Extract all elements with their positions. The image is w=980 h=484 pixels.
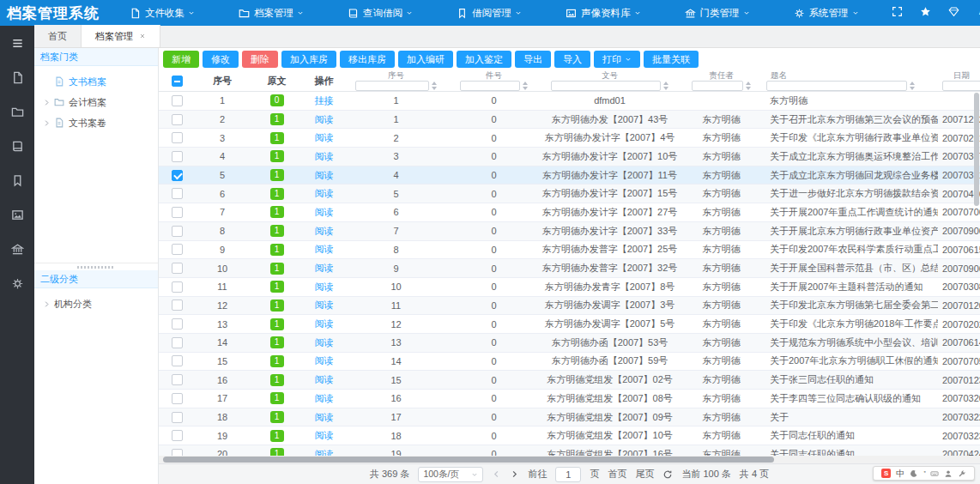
page-size-select[interactable]: 100条/页 (418, 467, 483, 482)
refresh-icon[interactable] (662, 469, 673, 480)
operation-link[interactable]: 阅读 (315, 281, 334, 292)
row-checkbox[interactable] (172, 95, 183, 106)
prev-page-button[interactable] (492, 469, 501, 479)
sort-control-jh[interactable] (523, 82, 528, 90)
nav-item-file[interactable]: 文件收集 (110, 0, 219, 26)
operation-link[interactable]: 阅读 (315, 132, 334, 142)
toolbar-button-删除[interactable]: 删除 (242, 51, 278, 68)
row-checkbox[interactable] (172, 412, 183, 423)
operation-link[interactable]: 阅读 (315, 412, 334, 422)
toolbar-button-打印[interactable]: 打印 (594, 51, 640, 68)
horizontal-scrollbar-thumb[interactable] (163, 457, 774, 463)
toolbar-button-修改[interactable]: 修改 (203, 51, 239, 68)
nav-item-gears[interactable]: 系统管理 (774, 0, 883, 26)
ime-language-mode[interactable]: 中 (896, 468, 904, 480)
rail-item-menu[interactable] (0, 26, 34, 60)
rail-item-bookmark[interactable] (0, 163, 34, 197)
rail-item-folder[interactable] (0, 94, 34, 129)
row-checkbox[interactable] (172, 263, 183, 274)
row-checkbox[interactable] (172, 170, 183, 181)
last-page-link[interactable]: 尾页 (635, 468, 654, 481)
toolbar-button-导入[interactable]: 导入 (554, 51, 590, 68)
row-checkbox[interactable] (172, 188, 183, 199)
nav-item-media[interactable]: 声像资料库 (546, 0, 665, 26)
ime-logo-icon[interactable]: S (881, 469, 891, 478)
toolbar-button-移出库房[interactable]: 移出库房 (340, 51, 395, 68)
sort-control-zrz[interactable] (746, 82, 751, 90)
operation-link[interactable]: 阅读 (315, 430, 334, 440)
rail-item-media[interactable] (0, 197, 34, 232)
panel-splitter[interactable] (34, 263, 158, 270)
page-number-input[interactable] (555, 467, 581, 482)
first-page-link[interactable]: 首页 (608, 468, 626, 481)
quick-expand[interactable] (892, 6, 903, 20)
rail-item-gears[interactable] (0, 266, 34, 300)
operation-link[interactable]: 阅读 (315, 207, 334, 217)
sort-control-wh[interactable] (663, 82, 668, 90)
toolbar-button-加入库房[interactable]: 加入库房 (281, 51, 336, 68)
operation-link[interactable]: 阅读 (315, 170, 334, 180)
rail-item-book[interactable] (0, 129, 34, 163)
row-checkbox[interactable] (172, 207, 183, 218)
row-checkbox[interactable] (172, 374, 183, 385)
filter-input-xh[interactable] (355, 81, 429, 91)
filter-input-zrz[interactable] (692, 81, 743, 91)
wrench-icon[interactable] (958, 469, 966, 478)
operation-link[interactable]: 阅读 (315, 318, 334, 329)
nav-item-bank[interactable]: 门类管理 (665, 0, 774, 26)
user-icon[interactable] (944, 469, 953, 478)
row-checkbox[interactable] (172, 114, 183, 125)
operation-link[interactable]: 挂接 (315, 95, 334, 106)
nav-item-folder[interactable]: 档案管理 (219, 0, 328, 26)
vertical-scrollbar-thumb[interactable] (974, 93, 979, 206)
select-all-checkbox[interactable] (172, 76, 183, 87)
filter-input-rq[interactable] (942, 81, 980, 91)
operation-link[interactable]: 阅读 (315, 263, 334, 273)
horizontal-scrollbar-track[interactable] (159, 456, 980, 463)
operation-link[interactable]: 阅读 (315, 226, 334, 236)
operation-link[interactable]: 阅读 (315, 114, 334, 124)
toolbar-button-新增[interactable]: 新增 (163, 51, 199, 68)
row-checkbox[interactable] (172, 318, 183, 330)
row-checkbox[interactable] (172, 281, 183, 293)
row-checkbox[interactable] (172, 151, 183, 162)
toolbar-button-批量关联[interactable]: 批量关联 (644, 51, 699, 68)
tree-item-文书档案[interactable]: 文书档案 (34, 71, 158, 92)
row-checkbox[interactable] (172, 132, 183, 143)
next-page-button[interactable] (510, 469, 519, 479)
rail-item-bank[interactable] (0, 232, 34, 266)
filter-input-jh[interactable] (460, 81, 520, 91)
row-checkbox[interactable] (172, 430, 183, 441)
tab-home[interactable]: 首页 (34, 25, 82, 47)
quick-gem[interactable] (948, 6, 959, 20)
toolbar-button-加入编研[interactable]: 加入编研 (398, 51, 453, 68)
nav-item-bookmark[interactable]: 借阅管理 (437, 0, 546, 26)
tab-archive-management[interactable]: 档案管理 (82, 25, 160, 47)
sort-control-xh[interactable] (432, 82, 437, 90)
operation-link[interactable]: 阅读 (315, 337, 334, 348)
tree-item-文书案卷[interactable]: 文书案卷 (34, 112, 158, 133)
operation-link[interactable]: 阅读 (315, 188, 334, 198)
tab-close-icon[interactable] (139, 31, 146, 41)
row-checkbox[interactable] (172, 355, 183, 366)
tree-item-会计档案[interactable]: 会计档案 (34, 92, 158, 112)
ime-toolbar[interactable]: S 中 ’’ (873, 466, 975, 481)
quick-star[interactable] (920, 6, 931, 20)
filter-input-tm[interactable] (766, 81, 907, 91)
operation-link[interactable]: 阅读 (315, 244, 334, 254)
toolbar-button-加入鉴定[interactable]: 加入鉴定 (457, 51, 511, 68)
row-checkbox[interactable] (172, 337, 183, 348)
ime-punctuation-mode[interactable]: ’’ (923, 469, 925, 478)
filter-input-wh[interactable] (551, 81, 661, 91)
operation-link[interactable]: 阅读 (315, 151, 334, 161)
operation-link[interactable]: 阅读 (315, 393, 334, 403)
operation-link[interactable]: 阅读 (315, 374, 334, 384)
nav-item-book[interactable]: 查询借阅 (328, 0, 437, 26)
row-checkbox[interactable] (172, 299, 183, 311)
toolbar-button-导出[interactable]: 导出 (515, 51, 551, 68)
operation-link[interactable]: 阅读 (315, 355, 334, 366)
row-checkbox[interactable] (172, 244, 183, 255)
rail-item-file[interactable] (0, 60, 34, 94)
tree-item-机构分类[interactable]: 机构分类 (34, 293, 158, 314)
keyboard-icon[interactable] (930, 469, 939, 478)
